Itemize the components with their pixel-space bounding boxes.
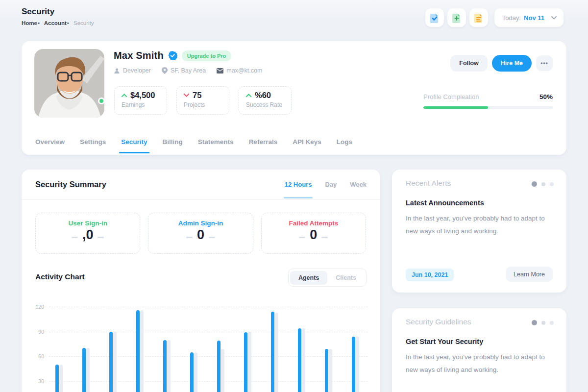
carousel-dot[interactable] bbox=[550, 182, 554, 186]
chart-bar-shadow bbox=[356, 337, 359, 392]
y-axis-label: 60 bbox=[28, 353, 44, 359]
carousel-dot-active[interactable] bbox=[532, 181, 537, 187]
grid-line bbox=[49, 307, 368, 307]
range-tab-week[interactable]: Week bbox=[350, 181, 367, 198]
chart-bar-shadow bbox=[59, 365, 63, 392]
breadcrumb-account[interactable]: Account bbox=[44, 20, 67, 26]
recent-alerts-card: Recent Alerts Latest Announcements In th… bbox=[392, 170, 566, 293]
range-tab-day[interactable]: Day bbox=[325, 181, 337, 198]
breadcrumb-home[interactable]: Home bbox=[22, 20, 37, 26]
trend-up-icon bbox=[246, 94, 251, 97]
breadcrumb-separator: • bbox=[38, 20, 40, 26]
email-meta: max@kt.com bbox=[217, 67, 262, 74]
tab-logs[interactable]: Logs bbox=[337, 138, 352, 153]
chart-bar bbox=[325, 349, 328, 392]
user-sign-in-box: User Sign-in ,0 bbox=[35, 213, 140, 254]
document-lines-icon bbox=[474, 13, 483, 23]
security-summary-card: Security Summary 12 Hours Day Week User … bbox=[22, 170, 380, 392]
tab-settings[interactable]: Settings bbox=[80, 138, 106, 153]
admin-sign-in-box: Admin Sign-in 0 bbox=[148, 213, 253, 254]
date-selector[interactable]: Today: Nov 11 bbox=[494, 8, 564, 27]
grid-line bbox=[49, 356, 368, 357]
today-value: Nov 11 bbox=[524, 14, 544, 22]
document-add-icon bbox=[452, 13, 461, 23]
role-meta: Developer bbox=[114, 67, 151, 74]
carousel-dot[interactable] bbox=[541, 182, 545, 186]
document-add-button[interactable] bbox=[447, 8, 466, 27]
tab-security[interactable]: Security bbox=[121, 138, 147, 153]
person-icon bbox=[114, 68, 120, 74]
completion-percent: 50% bbox=[539, 93, 553, 100]
profile-name: Max Smith bbox=[114, 50, 164, 61]
grid-line bbox=[49, 332, 368, 332]
chart-bar bbox=[271, 312, 274, 392]
chart-bar-shadow bbox=[275, 313, 278, 392]
today-label: Today: bbox=[502, 14, 521, 22]
admin-sign-in-value: 0 bbox=[197, 227, 204, 243]
chart-bar bbox=[190, 352, 194, 392]
breadcrumb-current: Security bbox=[74, 20, 94, 26]
earnings-stat: $4,500 Earnings bbox=[114, 86, 167, 115]
carousel-dot-active[interactable] bbox=[532, 320, 537, 325]
tab-overview[interactable]: Overview bbox=[35, 138, 65, 153]
learn-more-button[interactable]: Learn More bbox=[506, 267, 553, 282]
alert-body: In the last year, you’ve probably had to… bbox=[406, 212, 554, 238]
user-sign-in-value: ,0 bbox=[82, 227, 94, 243]
y-axis-label: 30 bbox=[28, 378, 44, 384]
verified-badge-icon bbox=[168, 51, 177, 60]
chart-bar bbox=[55, 365, 59, 392]
document-check-button[interactable] bbox=[425, 8, 444, 27]
chart-bar bbox=[217, 341, 220, 392]
page-title: Security bbox=[22, 7, 54, 17]
chart-bar-shadow bbox=[113, 332, 117, 392]
tab-api-keys[interactable]: API Keys bbox=[293, 138, 321, 153]
completion-progress-fill bbox=[423, 106, 488, 109]
carousel-dots bbox=[532, 181, 554, 187]
toggle-agents[interactable]: Agents bbox=[290, 271, 327, 285]
chart-bar bbox=[244, 332, 247, 392]
location-pin-icon bbox=[162, 67, 168, 74]
carousel-dots bbox=[532, 320, 554, 325]
profile-meta: Developer SF, Bay Area max@kt.com bbox=[114, 67, 262, 74]
follow-button[interactable]: Follow bbox=[450, 55, 488, 72]
y-axis-label: 120 bbox=[28, 304, 44, 310]
hire-me-button[interactable]: Hire Me bbox=[492, 55, 532, 72]
more-options-button[interactable]: ••• bbox=[536, 55, 553, 71]
chart-bar-shadow bbox=[329, 349, 332, 392]
agents-clients-toggle: Agents Clients bbox=[288, 269, 367, 287]
chart-bar bbox=[298, 328, 301, 392]
failed-attempts-value: 0 bbox=[310, 227, 317, 243]
upgrade-to-pro-badge[interactable]: Upgrade to Pro bbox=[182, 50, 231, 61]
document-check-icon bbox=[430, 13, 439, 23]
document-lines-button[interactable] bbox=[469, 8, 488, 27]
activity-chart-plot: 120906030 bbox=[22, 294, 380, 392]
tab-referrals[interactable]: Referrals bbox=[249, 138, 278, 153]
chart-bar-shadow bbox=[248, 332, 251, 392]
y-axis-label: 90 bbox=[28, 329, 44, 335]
chart-bar bbox=[109, 332, 113, 392]
range-tabs: 12 Hours Day Week bbox=[285, 181, 367, 198]
summary-boxes: User Sign-in ,0 Admin Sign-in 0 Failed A… bbox=[35, 213, 366, 254]
tab-billing[interactable]: Billing bbox=[163, 138, 183, 153]
carousel-dot[interactable] bbox=[550, 321, 554, 325]
range-tab-12-hours[interactable]: 12 Hours bbox=[285, 181, 312, 198]
guidelines-heading: Get Start Your Security bbox=[406, 338, 483, 345]
guidelines-body: In the last year, you’ve probably had to… bbox=[406, 351, 554, 376]
chart-bar-shadow bbox=[302, 328, 305, 392]
profile-tabs: Overview Settings Security Billing State… bbox=[35, 138, 352, 153]
topbar-actions: Today: Nov 11 bbox=[425, 8, 564, 27]
chevron-down-icon bbox=[551, 16, 557, 20]
tab-statements[interactable]: Statements bbox=[198, 138, 234, 153]
profile-card: Max Smith Upgrade to Pro Developer SF, B… bbox=[22, 41, 566, 155]
chart-bar-shadow bbox=[167, 340, 171, 392]
chart-bar bbox=[352, 337, 355, 392]
carousel-dot[interactable] bbox=[541, 321, 545, 325]
profile-completion: Profile Compleation 50% bbox=[423, 93, 553, 109]
breadcrumb-separator: • bbox=[67, 20, 69, 26]
toggle-clients[interactable]: Clients bbox=[327, 271, 365, 285]
chart-bar-shadow bbox=[221, 349, 224, 392]
avatar bbox=[34, 49, 104, 118]
alert-heading: Latest Announcements bbox=[406, 199, 484, 207]
chart-bar bbox=[82, 348, 86, 392]
chart-bar bbox=[163, 340, 167, 392]
